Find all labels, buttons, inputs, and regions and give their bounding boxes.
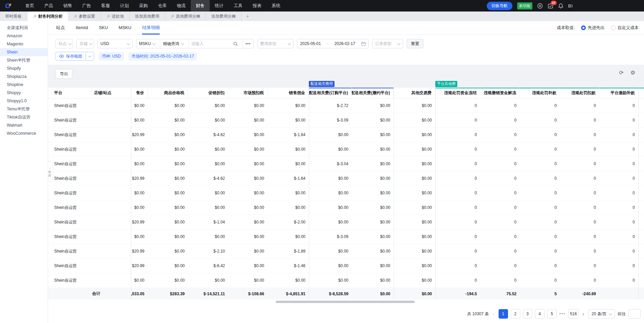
table-cell: $0.00 xyxy=(352,113,394,127)
sidebar-item-Shopline[interactable]: Shopline xyxy=(0,81,48,89)
nav-item-广告[interactable]: 广告 xyxy=(77,0,96,12)
shop-select[interactable]: 店铺 xyxy=(76,39,94,48)
page-button-5[interactable]: 5 xyxy=(547,309,557,319)
date-range-picker[interactable]: 2025-05-01 - 2026-02-17 xyxy=(297,39,369,48)
sidebar-item-Shein[interactable]: Shein xyxy=(0,48,48,56)
scrollbar-thumb[interactable] xyxy=(276,301,415,303)
sidebar-collapse-button[interactable]: ‹ 收起 xyxy=(48,162,53,181)
window-tab-即时看板[interactable]: 即时看板 xyxy=(0,12,27,21)
search-icon[interactable] xyxy=(233,42,238,46)
nav-item-财务[interactable]: 财务 xyxy=(191,0,210,12)
table-cell: 0 xyxy=(560,142,599,156)
fee-type-select[interactable]: 费用类型 xyxy=(257,39,294,48)
nav-item-工具[interactable]: 工具 xyxy=(229,0,248,12)
page-button-3[interactable]: 3 xyxy=(523,309,532,319)
report-tab-ItemId[interactable]: ItemId xyxy=(76,21,88,35)
sidebar-item-全渠道利润[interactable]: 全渠道利润 xyxy=(0,24,48,32)
report-tab-SKU[interactable]: SKU xyxy=(99,21,108,35)
reset-button[interactable]: 重置 xyxy=(407,39,423,48)
sidebar-item-Walmart[interactable]: Walmart xyxy=(0,121,48,129)
search-field-select[interactable]: MSKU xyxy=(136,39,158,48)
window-tab-参数设置[interactable]: 参数设置 xyxy=(68,12,101,21)
window-tab-请款池[interactable]: 请款池 xyxy=(101,12,130,21)
page-button-1[interactable]: 1 xyxy=(499,309,508,319)
app-logo[interactable]: G xyxy=(0,2,16,10)
page-button-2[interactable]: 2 xyxy=(511,309,520,319)
radio-custom-cost[interactable]: 自定义成本 xyxy=(611,25,639,31)
sidebar-item-Shein半托管[interactable]: Shein半托管 xyxy=(0,56,48,64)
table-cell: Shein自运营 xyxy=(48,128,91,142)
table-cell: $0.00 xyxy=(394,142,435,156)
table-cell: $0.00 xyxy=(188,113,228,127)
refresh-icon[interactable]: ⟳ xyxy=(619,70,623,76)
order-type-select[interactable]: 订单类型 xyxy=(372,39,403,48)
table-cell: 0 xyxy=(435,171,480,186)
add-tab-button[interactable]: + xyxy=(242,12,254,21)
table-cell: $0.00 xyxy=(352,186,394,200)
nav-item-仓库[interactable]: 仓库 xyxy=(153,0,172,12)
window-tab-其他费用分摊[interactable]: 其他费用分摊 xyxy=(165,12,206,21)
radio-fifo[interactable]: 先进先出 xyxy=(581,25,605,31)
column-header-违规处罚扣款: 违规处罚扣款 xyxy=(560,88,599,98)
bell-icon[interactable] xyxy=(558,3,564,9)
new-feature-button[interactable]: 新功能 xyxy=(517,2,532,9)
sidebar-item-WooCommerce[interactable]: WooCommerce xyxy=(0,129,48,137)
sidebar-item-Temu半托管[interactable]: Temu半托管 xyxy=(0,105,48,113)
table-settings-gear-icon[interactable]: ⚙ xyxy=(630,70,635,76)
goto-page-input[interactable] xyxy=(628,309,641,319)
next-page-icon[interactable]: › xyxy=(581,311,585,317)
page-buttons: 12345 xyxy=(499,309,557,319)
help-icon[interactable] xyxy=(537,3,543,9)
table-cell: $-1.64 xyxy=(268,171,309,186)
pages-ellipsis[interactable]: ••• xyxy=(559,311,566,316)
sidebar-item-Shopyy[interactable]: Shopyy xyxy=(0,89,48,97)
nav-item-首页[interactable]: 首页 xyxy=(20,0,39,12)
sidebar-item-Shopify[interactable]: Shopify xyxy=(0,64,48,72)
row-filler xyxy=(639,259,644,273)
search-input[interactable] xyxy=(191,41,231,46)
sidebar-item-Shoplazza[interactable]: Shoplazza xyxy=(0,72,48,81)
switch-nav-button[interactable]: 切换导航 xyxy=(487,2,512,10)
save-view-dropdown[interactable] xyxy=(86,52,94,60)
nav-item-产品[interactable]: 产品 xyxy=(39,0,58,12)
nav-item-统计[interactable]: 统计 xyxy=(210,0,229,12)
page-size-select[interactable]: 20 条/页 xyxy=(588,309,615,319)
nav-item-客服[interactable]: 客服 xyxy=(96,0,115,12)
currency-tag[interactable]: 币种: USD xyxy=(99,52,124,61)
sidebar-item-Amazon[interactable]: Amazon xyxy=(0,32,48,40)
report-tab-站点[interactable]: 站点 xyxy=(56,21,65,35)
sidebar-item-Shopyy1.0[interactable]: Shopyy1.0 xyxy=(0,97,48,105)
prev-page-icon[interactable]: ‹ xyxy=(491,311,496,317)
table-cell: 0 xyxy=(560,200,599,215)
nav-item-计划[interactable]: 计划 xyxy=(115,0,134,12)
todo-icon[interactable]: 26 xyxy=(548,3,553,9)
bi-link[interactable]: BI xyxy=(568,3,573,8)
row-filler xyxy=(639,200,644,215)
sidebar-item-Tiktok自运营[interactable]: Tiktok自运营 xyxy=(0,113,48,121)
nav-item-系统[interactable]: 系统 xyxy=(267,0,285,12)
table-cell: Shein自运营 xyxy=(48,186,91,200)
last-page-button[interactable]: 516 xyxy=(568,309,578,319)
report-tab-结算明细[interactable]: 结算明细 xyxy=(142,21,160,35)
save-view-button[interactable]: 保存视图 xyxy=(55,52,94,61)
export-button[interactable]: 导出 xyxy=(55,69,72,79)
report-tab-MSKU[interactable]: MSKU xyxy=(119,21,132,35)
window-tab-添加费用分摊[interactable]: 添加费用分摊 xyxy=(206,12,242,21)
window-tab-财务利润分析[interactable]: 财务利润分析 xyxy=(27,12,68,21)
market-time-tag[interactable]: 市场时间: 2025-05-01~2026-02-17 xyxy=(129,52,197,61)
window-tab-添加其他费用[interactable]: 添加其他费用 xyxy=(130,12,165,21)
nav-item-报表[interactable]: 报表 xyxy=(248,0,267,12)
sidebar-item-Magento[interactable]: Magento xyxy=(0,40,48,48)
nav-item-销售[interactable]: 销售 xyxy=(58,0,77,12)
match-mode-select[interactable]: 精确查询 xyxy=(160,39,186,48)
column-header-销售佣金: 销售佣金 xyxy=(268,88,309,98)
more-filters-button[interactable]: ••• xyxy=(243,39,254,48)
currency-select[interactable]: USD xyxy=(97,39,133,48)
nav-item-采购[interactable]: 采购 xyxy=(134,0,153,12)
table-cell: $0.00 xyxy=(188,230,228,244)
site-select[interactable]: 站点 xyxy=(55,39,73,48)
table-cell: 0 xyxy=(520,273,560,287)
nav-item-物流[interactable]: 物流 xyxy=(172,0,191,12)
table-cell: $20.99 xyxy=(131,171,148,186)
page-button-4[interactable]: 4 xyxy=(535,309,545,319)
